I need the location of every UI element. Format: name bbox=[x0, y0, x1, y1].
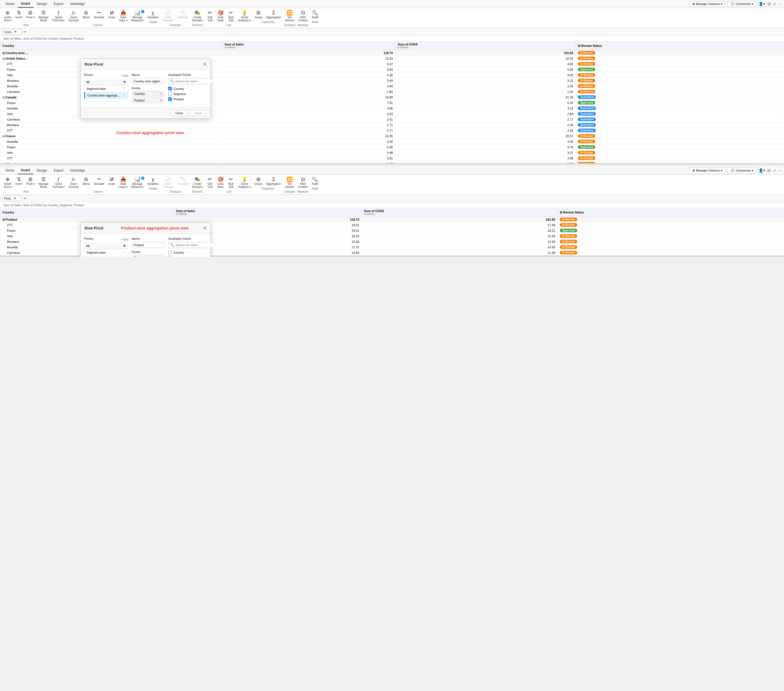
pivot-name-input-1[interactable] bbox=[132, 78, 165, 84]
smart-analysis-btn-1[interactable]: 💡 Smart Analysis ▾ bbox=[237, 9, 252, 23]
create-scenario-btn-1[interactable]: 🎭 Create Scenario bbox=[190, 9, 204, 23]
variables-btn-1[interactable]: χ Variables bbox=[146, 9, 160, 20]
search-input-2[interactable] bbox=[175, 243, 214, 247]
pivot-item-dots-1[interactable]: ⋮ bbox=[123, 87, 126, 91]
smart-analysis-btn-2[interactable]: 💡SmartAnalysis ▾ bbox=[237, 176, 252, 190]
insert-row-btn-1[interactable]: ⊕ Insert Row ▾ bbox=[2, 9, 13, 23]
expand-icon[interactable]: ⊟ bbox=[3, 96, 5, 99]
modal-close-btn-1[interactable]: ✕ bbox=[203, 61, 206, 67]
blend-btn-1[interactable]: ⧉ Blend bbox=[81, 9, 91, 20]
insert-formula-btn-2[interactable]: 𝑓𝑥InsertFormula bbox=[67, 176, 81, 190]
checkbox-input[interactable] bbox=[168, 87, 172, 91]
modal-save-btn-1[interactable]: Save bbox=[190, 110, 206, 116]
set-version-btn-2[interactable]: 🔀SetVersion bbox=[283, 176, 296, 190]
tab-infobridge-2[interactable]: Infobridge bbox=[67, 167, 88, 174]
add-pivot-btn-1[interactable]: + Add bbox=[120, 74, 128, 78]
forecast-btn-2[interactable]: 📉Forecast bbox=[175, 176, 189, 186]
set-version-btn-1[interactable]: 🔀 Set Version bbox=[283, 9, 296, 23]
manage-rows-btn-1[interactable]: ☰ Manage Rows bbox=[37, 9, 50, 23]
variables-btn-2[interactable]: χVariables bbox=[146, 176, 160, 186]
invert-btn-1[interactable]: ⇅ Invert bbox=[14, 9, 24, 20]
goal-seek-btn-1[interactable]: 🎯 Goal Seek bbox=[216, 9, 226, 23]
group-btn-2[interactable]: ⊞Group bbox=[253, 176, 264, 186]
pivot-btn-2[interactable]: ⊞Pivot ▾ bbox=[25, 176, 36, 186]
edit-cell-btn-2[interactable]: ✏EditCell bbox=[205, 176, 215, 190]
bulk-edit-btn-2[interactable]: ✂BulkEdit bbox=[226, 176, 236, 190]
manage-measures-btn-2[interactable]: 📊3ManageMeasures bbox=[130, 176, 145, 190]
tab-design-1[interactable]: Design bbox=[33, 0, 50, 8]
insert-forecast-btn-2[interactable]: 📈InsertForecast bbox=[161, 176, 175, 190]
expand-icon-1[interactable]: ⤢ bbox=[773, 2, 776, 6]
more-icon-2[interactable]: ··· bbox=[779, 168, 782, 173]
checkbox-item[interactable]: Country bbox=[168, 250, 207, 255]
tab-home-1[interactable]: Home bbox=[2, 0, 18, 8]
add-pivot-btn-2[interactable]: + Add bbox=[120, 238, 128, 241]
checkbox-input[interactable] bbox=[168, 256, 172, 257]
more-icon-1[interactable]: ··· bbox=[779, 2, 782, 6]
table-row[interactable]: VTT 3.81 3.09 In Review bbox=[0, 155, 784, 161]
manage-columns-btn-1[interactable]: ⊞ Manage Columns ▾ bbox=[689, 1, 726, 7]
pivot-item-dots-2[interactable]: ⋮ bbox=[123, 93, 126, 97]
filter-icon-1[interactable]: ⊟ bbox=[768, 2, 771, 6]
tab-insert-1[interactable]: Insert bbox=[18, 0, 33, 8]
bulk-edit-btn-1[interactable]: ✂ Bulk Edit bbox=[226, 9, 236, 23]
edit-cell-btn-1[interactable]: ✏ Edit Cell bbox=[205, 9, 215, 23]
checkbox-input[interactable] bbox=[168, 251, 172, 254]
insert-row-btn-2[interactable]: ⊕InsertRow ▾ bbox=[2, 176, 13, 190]
pivot-item-country-2[interactable]: Country-wise aggrega... ⋮ bbox=[84, 256, 128, 257]
table-row[interactable]: ⊟Product 118.73 101.83 In Review bbox=[0, 217, 784, 222]
quick-formula-btn-2[interactable]: ƒQuickFormula ▾ bbox=[51, 176, 66, 190]
audit-btn-1[interactable]: 🔍 Audit bbox=[310, 9, 320, 20]
table-row[interactable]: Carretera 3.42 3.03 In Review bbox=[0, 161, 784, 163]
table-row[interactable]: Paseo 5.60 4.76 Approved bbox=[0, 144, 784, 150]
country-dropdown-1[interactable]: Coun... ▾ bbox=[2, 29, 21, 35]
invert-btn-2[interactable]: ⇅Invert bbox=[14, 176, 24, 186]
insert-forecast-btn-1[interactable]: 📈 Insert Forecast bbox=[161, 9, 175, 23]
pivot-btn-1[interactable]: ⊞ Pivot ▾ bbox=[25, 9, 36, 20]
pivot-name-input-2[interactable] bbox=[132, 242, 165, 248]
field-tag-remove[interactable]: ✕ bbox=[160, 98, 162, 102]
field-tag-remove[interactable]: ✕ bbox=[160, 92, 162, 96]
table-row[interactable]: ⊟Country-wise ... 118.73 101.83 In Revie… bbox=[0, 50, 784, 56]
manage-rows-btn-2[interactable]: ☰ManageRows bbox=[37, 176, 50, 190]
checkbox-item[interactable]: Country bbox=[168, 86, 207, 91]
pivot-item-country-1[interactable]: Country-wise aggrega... ⋮ bbox=[84, 92, 128, 98]
edit-pencil-1[interactable]: ✏ bbox=[24, 30, 26, 34]
pivot-item-segment-2[interactable]: Segment-wise ⋮ bbox=[84, 249, 128, 256]
modal-close-btn-footer-1[interactable]: Close bbox=[171, 110, 188, 116]
product-dropdown-2[interactable]: Prod... ▾ bbox=[2, 196, 21, 201]
expand-icon-2[interactable]: ⤢ bbox=[773, 168, 776, 173]
user-icon-1[interactable]: 👤▾ bbox=[759, 2, 765, 6]
checkbox-item[interactable]: Segment bbox=[168, 255, 207, 257]
expand-icon[interactable]: ⊟ bbox=[3, 135, 5, 138]
tab-home-2[interactable]: Home bbox=[2, 167, 18, 174]
checkbox-input[interactable] bbox=[168, 97, 172, 101]
table-row[interactable]: Montana 2.71 2.39 Submitted bbox=[0, 122, 784, 128]
create-scenario-btn-2[interactable]: 🎭CreateScenario bbox=[190, 176, 204, 190]
data-input-btn-2[interactable]: 📥DataInput ▾ bbox=[117, 176, 129, 190]
simulate-btn-1[interactable]: 〜 Simulate bbox=[92, 9, 106, 20]
modal-close-btn-2[interactable]: ✕ bbox=[203, 225, 206, 231]
insert-formula-btn-1[interactable]: 𝑓𝑥 Insert Formula bbox=[67, 9, 81, 23]
tab-insert-2[interactable]: Insert bbox=[18, 167, 33, 174]
aggregation-btn-2[interactable]: ΣAggregation bbox=[265, 176, 283, 186]
expand-icon[interactable]: ⊟ bbox=[3, 51, 5, 54]
comments-btn-2[interactable]: 💬 Comments ▾ bbox=[728, 168, 756, 173]
quick-formula-btn-1[interactable]: ƒ Quick Formula ▾ bbox=[51, 9, 66, 23]
invert-col-btn-1[interactable]: ⇄ Invert bbox=[107, 9, 117, 20]
checkbox-item[interactable]: Segment bbox=[168, 91, 207, 96]
user-icon-2[interactable]: 👤▾ bbox=[759, 168, 765, 173]
goal-seek-btn-2[interactable]: 🎯GoalSeek bbox=[216, 176, 226, 190]
tab-export-1[interactable]: Export bbox=[50, 0, 67, 8]
table-row[interactable]: Velo 3.98 3.27 In Review bbox=[0, 150, 784, 155]
manage-columns-btn-2[interactable]: ⊞ Manage Columns ▾ bbox=[689, 168, 726, 173]
checkbox-input[interactable] bbox=[168, 92, 172, 96]
tab-design-2[interactable]: Design bbox=[33, 167, 50, 174]
audit-btn-2[interactable]: 🔍Audit bbox=[310, 176, 320, 186]
data-input-btn-1[interactable]: 📥 Data Input ▾ bbox=[117, 9, 129, 23]
group-btn-1[interactable]: ⊞ Group bbox=[253, 9, 264, 20]
field-tag-remove[interactable]: ✕ bbox=[160, 256, 162, 257]
filter-context-btn-1[interactable]: ⊟ Filter Context bbox=[296, 9, 309, 23]
simulate-btn-2[interactable]: 〜Simulate bbox=[92, 176, 106, 186]
table-row[interactable]: Amarilla 4.02 3.35 In Review bbox=[0, 139, 784, 144]
